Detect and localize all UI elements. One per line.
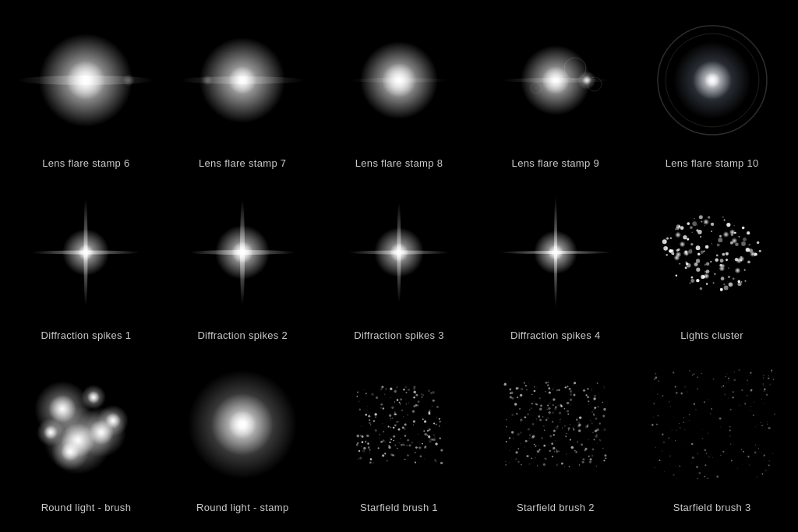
label-ds1: Diffraction spikes 1 [41, 329, 132, 341]
label-lf8: Lens flare stamp 8 [355, 157, 443, 169]
cell-rls[interactable]: Round light - stamp [164, 352, 321, 524]
cell-lf6[interactable]: Lens flare stamp 6 [8, 8, 164, 180]
label-sb1: Starfield brush 1 [360, 502, 438, 513]
label-ds4: Diffraction spikes 4 [510, 329, 601, 341]
visual-rlb [16, 362, 156, 487]
label-ds2: Diffraction spikes 2 [197, 329, 288, 341]
visual-sb3 [642, 362, 782, 487]
visual-lf7 [172, 18, 312, 143]
label-lf9: Lens flare stamp 9 [512, 157, 599, 169]
visual-lf6 [16, 18, 156, 143]
cell-sb3[interactable]: Starfield brush 3 [634, 352, 790, 524]
visual-ds4 [486, 190, 626, 315]
visual-rls [172, 362, 312, 487]
visual-sb1 [329, 362, 469, 487]
label-rlb: Round light - brush [41, 502, 132, 513]
label-lf7: Lens flare stamp 7 [199, 157, 286, 169]
label-lc: Lights cluster [680, 329, 743, 341]
visual-lf9 [486, 18, 626, 143]
visual-ds3 [329, 190, 469, 315]
visual-lf8 [329, 18, 469, 143]
label-rls: Round light - stamp [196, 502, 288, 513]
visual-sb2 [486, 362, 626, 487]
cell-rlb[interactable]: Round light - brush [8, 352, 164, 524]
label-lf6: Lens flare stamp 6 [42, 157, 129, 169]
label-sb2: Starfield brush 2 [517, 502, 595, 513]
cell-lf8[interactable]: Lens flare stamp 8 [321, 8, 478, 180]
cell-lf7[interactable]: Lens flare stamp 7 [164, 8, 321, 180]
main-grid: Lens flare stamp 6Lens flare stamp 7Lens… [0, 0, 798, 532]
cell-lf9[interactable]: Lens flare stamp 9 [477, 8, 634, 180]
cell-ds4[interactable]: Diffraction spikes 4 [477, 180, 634, 352]
visual-lf10 [642, 18, 782, 143]
cell-ds3[interactable]: Diffraction spikes 3 [321, 180, 478, 352]
cell-lc[interactable]: Lights cluster [634, 180, 790, 352]
visual-ds1 [16, 190, 156, 315]
visual-ds2 [172, 190, 312, 315]
cell-ds1[interactable]: Diffraction spikes 1 [8, 180, 164, 352]
label-ds3: Diffraction spikes 3 [354, 329, 444, 341]
cell-ds2[interactable]: Diffraction spikes 2 [164, 180, 321, 352]
visual-lc [642, 190, 782, 315]
cell-lf10[interactable]: Lens flare stamp 10 [634, 8, 790, 180]
label-lf10: Lens flare stamp 10 [666, 157, 759, 169]
label-sb3: Starfield brush 3 [673, 502, 751, 513]
cell-sb1[interactable]: Starfield brush 1 [321, 352, 478, 524]
cell-sb2[interactable]: Starfield brush 2 [477, 352, 634, 524]
